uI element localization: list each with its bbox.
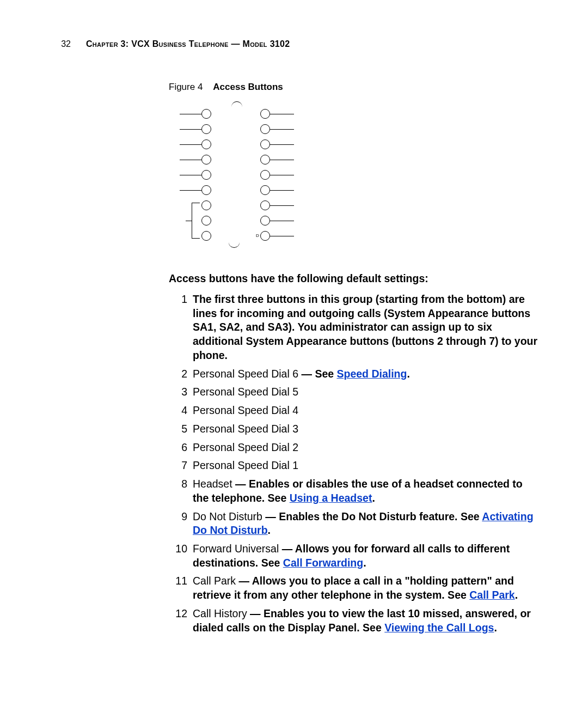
settings-item-lead: Personal Speed Dial 3 [193,423,298,435]
settings-item-body: Personal Speed Dial 4 [193,404,539,418]
settings-item: 4Personal Speed Dial 4 [169,404,539,418]
figure-left-row [201,216,211,226]
settings-item-lead: Forward Universal [193,543,279,555]
figure-leader-line [270,144,294,145]
figure-right-row [260,155,294,165]
page-header: 32 Chapter 3: VCX Business Telephone — M… [49,39,539,49]
settings-item-number: 6 [169,441,193,455]
page-number: 32 [49,39,71,49]
chapter-heading: Chapter 3: VCX Business Telephone — Mode… [86,39,290,49]
figure-leader-line [180,129,201,130]
figure-right-row [260,109,294,119]
settings-item: 7Personal Speed Dial 1 [169,459,539,473]
figure-button-circle [260,185,270,195]
figure-button-circle [201,200,211,210]
settings-item-desc: — See [298,368,336,380]
settings-item-number: 8 [169,477,193,505]
settings-item-tail: . [407,368,409,380]
figure-button-circle [260,231,270,241]
settings-item-lead: Personal Speed Dial 6 [193,368,298,380]
settings-item-desc: — Allows you to place a call in a "holdi… [193,575,514,601]
cross-reference-link[interactable]: Speed Dialing [337,368,407,380]
settings-list: 1The first three buttons in this group (… [169,293,539,635]
settings-item-lead: Personal Speed Dial 1 [193,459,298,471]
figure-d-label: D [256,233,259,238]
figure-left-row [180,155,211,165]
cross-reference-link[interactable]: Viewing the Call Logs [384,622,494,634]
settings-item-body: Personal Speed Dial 6 — See Speed Dialin… [193,367,539,381]
figure-bracket [192,203,192,239]
settings-item-number: 10 [169,542,193,570]
settings-item-text: The first three buttons in this group (s… [193,293,537,361]
settings-item-body: Call History — Enables you to view the l… [193,607,539,635]
settings-item: 3Personal Speed Dial 5 [169,385,539,399]
figure-button-circle [201,170,211,180]
figure-leader-line [180,160,201,160]
figure-left-row [180,170,211,180]
figure-button-circle [201,216,211,226]
settings-item-lead: Personal Speed Dial 2 [193,441,298,453]
settings-item: 11Call Park — Allows you to place a call… [169,574,539,602]
settings-item-body: Headset — Enables or disables the use of… [193,477,539,505]
settings-item-number: 4 [169,404,193,418]
settings-item-tail: . [515,589,518,601]
figure-button-circle [260,216,270,226]
figure-mark-bottom [229,242,240,248]
settings-item: 1The first three buttons in this group (… [169,293,539,363]
settings-item-number: 3 [169,385,193,399]
figure-right-row [260,139,294,149]
figure-leader-line [180,144,201,145]
settings-item-lead: Personal Speed Dial 5 [193,386,298,398]
figure-button-circle [260,124,270,134]
settings-item-body: Personal Speed Dial 3 [193,422,539,436]
figure-mark-top [231,101,242,107]
figure-button-circle [201,185,211,195]
figure-leader-line [180,175,201,175]
figure-leader-line [180,114,201,114]
settings-item-number: 12 [169,607,193,635]
settings-item: 2Personal Speed Dial 6 — See Speed Diali… [169,367,539,381]
figure-bracket-tick [186,221,192,221]
figure-button-circle [260,170,270,180]
figure-right-row: D [260,231,294,241]
figure-label-prefix: Figure 4 [169,82,203,92]
settings-item-desc: — Enables the Do Not Disturb feature. Se… [262,510,482,522]
settings-item: 6Personal Speed Dial 2 [169,441,539,455]
figure-leader-line [270,190,294,191]
settings-item-tail: . [363,557,366,569]
figure-left-row [180,109,211,119]
cross-reference-link[interactable]: Using a Headset [290,492,372,504]
settings-item-number: 2 [169,367,193,381]
settings-item-number: 7 [169,459,193,473]
figure-right-row [260,185,294,195]
figure-label-title: Access Buttons [213,82,283,92]
settings-item: 12Call History — Enables you to view the… [169,607,539,635]
settings-item: 8Headset — Enables or disables the use o… [169,477,539,505]
figure-caption: Figure 4 Access Buttons [169,82,539,93]
settings-item-body: Personal Speed Dial 2 [193,441,539,455]
figure-button-circle [201,231,211,241]
figure-left-row [180,185,211,195]
settings-item-tail: . [268,524,271,536]
settings-item-number: 11 [169,574,193,602]
figure-right-row [260,170,294,180]
figure-button-circle [260,155,270,165]
figure-button-circle [260,200,270,210]
figure-leader-line [270,236,294,236]
figure-button-circle [260,139,270,149]
figure-leader-line [270,205,294,206]
settings-item-body: Forward Universal — Allows you for forwa… [193,542,539,570]
figure-button-circle [201,139,211,149]
figure-leader-line [270,129,294,130]
settings-item-lead: Call History [193,607,247,619]
settings-item-body: Personal Speed Dial 5 [193,385,539,399]
figure-left-row [201,231,211,241]
cross-reference-link[interactable]: Call Park [469,589,514,601]
settings-item-body: Do Not Disturb — Enables the Do Not Dist… [193,510,539,538]
cross-reference-link[interactable]: Call Forwarding [283,557,363,569]
settings-item-tail: . [372,492,375,504]
settings-item-lead: Call Park [193,575,236,587]
figure-button-circle [201,124,211,134]
figure-button-circle [201,155,211,165]
figure-right-row [260,216,294,226]
